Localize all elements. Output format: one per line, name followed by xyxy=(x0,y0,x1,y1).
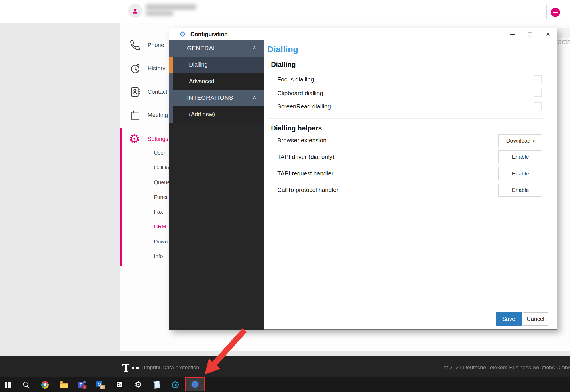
nav-strip xyxy=(169,106,173,123)
row-label-callto-protocol-handler: CallTo protocol handler xyxy=(277,186,339,193)
teams-icon: T 2 xyxy=(78,381,86,389)
dialog-gear-icon: ⚙ xyxy=(180,31,186,38)
sidebar-subitem-user[interactable]: User xyxy=(154,150,165,156)
focus-dialling-checkbox[interactable] xyxy=(534,75,542,83)
telekom-logo-square xyxy=(136,367,139,369)
sidebar-item-history[interactable]: History xyxy=(148,65,165,72)
envelope-icon xyxy=(100,385,105,389)
nav-selected-indicator xyxy=(169,57,173,73)
dialog-title: Configuration xyxy=(190,31,228,38)
taskbar-teams-button[interactable]: T 2 xyxy=(75,377,89,392)
download-button[interactable]: Download ▾ xyxy=(498,134,542,147)
taskbar-highlighted-settings-button[interactable]: ⚙ xyxy=(185,377,205,391)
enable-tapi-driver-button[interactable]: Enable xyxy=(498,150,542,163)
chevron-up-icon: ∧ xyxy=(253,45,256,50)
dialog-nav: GENERAL ∧ Dialling Advanced INTEGRATIONS… xyxy=(169,40,264,330)
clipboard-dialling-checkbox[interactable] xyxy=(534,89,542,97)
page-heading: Dialling xyxy=(267,44,298,54)
enable-button-label: Enable xyxy=(512,187,529,193)
nav-item-add-new[interactable]: (Add new) xyxy=(173,106,264,123)
divider xyxy=(121,5,121,18)
nav-section-general[interactable]: GENERAL ∧ xyxy=(169,40,264,57)
screen: { "colors": { "accent_magenta": "#e20074… xyxy=(0,0,570,392)
nav-item-dialling-label: Dialling xyxy=(189,61,208,68)
enable-button-label: Enable xyxy=(512,154,529,160)
presence-dnd-icon[interactable] xyxy=(551,8,560,17)
taskbar-search-button[interactable] xyxy=(19,377,33,392)
divider xyxy=(217,5,217,18)
settings-gear-icon: ⚙ xyxy=(129,133,140,145)
sidebar-item-phone[interactable]: Phone xyxy=(148,42,164,48)
chevron-up-icon: ∧ xyxy=(253,95,256,100)
section-divider xyxy=(268,118,543,119)
contacts-icon xyxy=(130,87,141,97)
sidebar-subitem-fax[interactable]: Fax xyxy=(154,209,163,215)
taskbar-settings-button[interactable]: ⚙ xyxy=(131,377,145,392)
nav-item-advanced[interactable]: Advanced xyxy=(173,73,264,90)
row-label-focus-dialling: Focus dialling xyxy=(277,76,314,83)
row-label-tapi-driver: TAPI driver (dial only) xyxy=(277,153,334,160)
top-bar xyxy=(0,0,570,23)
nav-strip xyxy=(169,73,173,90)
history-icon xyxy=(130,63,141,74)
nav-item-advanced-label: Advanced xyxy=(189,78,214,85)
search-icon xyxy=(23,381,30,388)
section-title-dialling: Dialling xyxy=(271,61,296,69)
sidebar-subitem-crm[interactable]: CRM xyxy=(154,223,166,230)
save-button[interactable]: Save xyxy=(496,312,522,326)
highlighted-settings-gear-icon: ⚙ xyxy=(191,380,199,389)
avatar xyxy=(128,4,142,18)
sidebar-item-meetings[interactable]: Meeting xyxy=(148,112,168,118)
sidebar-subitem-info[interactable]: Info xyxy=(154,253,163,259)
maximize-button[interactable]: □ xyxy=(526,30,535,38)
data-protection-link[interactable]: Data protection xyxy=(162,364,199,371)
sidebar-subitem-downloads[interactable]: Down xyxy=(154,239,168,245)
footer: T Imprint Data protection © 2021 Deutsch… xyxy=(0,356,570,377)
screenread-dialling-checkbox[interactable] xyxy=(534,102,542,110)
taskbar-app-button[interactable] xyxy=(168,377,182,392)
teams-badge: 2 xyxy=(82,385,87,389)
file-explorer-icon xyxy=(60,383,68,388)
nav-section-integrations[interactable]: INTEGRATIONS ∧ xyxy=(169,90,264,106)
nav-section-general-label: GENERAL xyxy=(187,45,217,52)
nav-section-integrations-label: INTEGRATIONS xyxy=(187,94,233,101)
7zip-icon: 7z xyxy=(116,381,123,388)
behind-contacts-heading: tacts xyxy=(556,38,570,46)
close-button[interactable]: ✕ xyxy=(543,30,553,38)
sidebar-subitem-call-forwarding[interactable]: Call fo xyxy=(154,165,169,171)
sidebar-item-contacts[interactable]: Contact xyxy=(148,89,167,95)
redacted-user-role xyxy=(146,11,173,16)
minus-icon xyxy=(553,12,558,13)
user-chip[interactable] xyxy=(128,4,142,18)
configuration-dialog: ⚙ Configuration — □ ✕ GENERAL ∧ Dialling… xyxy=(169,28,557,330)
person-icon xyxy=(131,7,139,15)
taskbar-outlook-button[interactable]: O xyxy=(93,377,108,392)
notepad-icon xyxy=(153,381,160,389)
sidebar-subitem-queues[interactable]: Queue xyxy=(154,179,170,186)
app-circle-icon xyxy=(172,381,179,388)
windows-start-button[interactable] xyxy=(1,377,15,392)
enable-button-label: Enable xyxy=(512,171,529,177)
sidebar-item-settings[interactable]: Settings xyxy=(148,136,168,142)
enable-callto-button[interactable]: Enable xyxy=(498,184,542,197)
taskbar-notepad-button[interactable] xyxy=(150,377,164,392)
cancel-button[interactable]: Cancel xyxy=(523,312,548,326)
phone-icon xyxy=(130,40,141,51)
imprint-link[interactable]: Imprint xyxy=(144,364,160,371)
row-label-screenread-dialling: ScreenRead dialling xyxy=(277,103,331,110)
nav-item-add-new-label: (Add new) xyxy=(189,111,215,118)
minimize-button[interactable]: — xyxy=(508,30,517,38)
row-label-tapi-request-handler: TAPI request handler xyxy=(277,170,333,177)
nav-item-dialling[interactable]: Dialling xyxy=(173,57,264,73)
sidebar-subitem-functions[interactable]: Funct xyxy=(154,194,168,200)
taskbar-file-explorer-button[interactable] xyxy=(56,377,71,392)
taskbar-chrome-button[interactable] xyxy=(38,377,52,392)
behind-header-band xyxy=(557,28,570,38)
enable-tapi-request-button[interactable]: Enable xyxy=(498,167,542,180)
row-label-browser-extension: Browser extension xyxy=(277,137,327,144)
row-label-clipboard-dialling: Clipboard dialling xyxy=(277,90,323,97)
caret-down-icon: ▾ xyxy=(533,139,535,143)
outlook-icon: O xyxy=(96,381,105,389)
settings-section-indicator xyxy=(120,128,122,266)
taskbar-7zip-button[interactable]: 7z xyxy=(112,377,127,392)
